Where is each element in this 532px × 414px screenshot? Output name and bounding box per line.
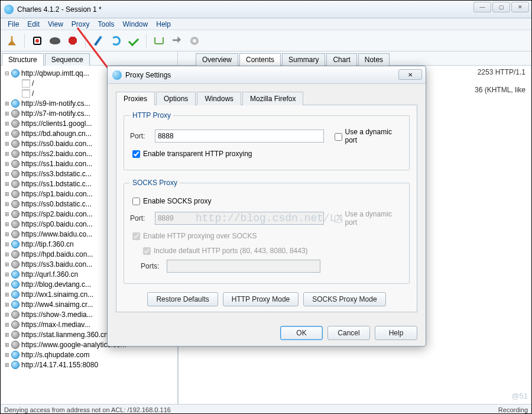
tab-contents[interactable]: Contents — [239, 53, 281, 66]
tree-label: https://sp1.baidu.con... — [21, 190, 93, 198]
tree-label: http://s.qhupdate.com — [21, 351, 89, 359]
menu-edit[interactable]: Edit — [24, 19, 43, 30]
globe-icon — [11, 310, 20, 319]
toolbar — [1, 30, 531, 51]
expand-icon[interactable]: ⊞ — [3, 211, 11, 217]
dlg-tab-firefox[interactable]: Mozilla Firefox — [242, 92, 303, 105]
expand-icon[interactable]: ⊞ — [3, 201, 11, 207]
globe-icon — [11, 331, 20, 339]
dlg-tab-proxies[interactable]: Proxies — [116, 92, 155, 105]
tab-structure[interactable]: Structure — [2, 53, 44, 66]
tree-label: https://sp0.baidu.con... — [21, 220, 93, 228]
expand-icon[interactable]: ⊞ — [3, 251, 11, 257]
expand-icon[interactable]: ⊞ — [3, 352, 11, 358]
globe-icon — [11, 69, 20, 77]
globe-icon — [11, 130, 20, 138]
expand-icon[interactable]: ⊞ — [3, 292, 11, 297]
record-icon[interactable] — [31, 34, 44, 47]
dlg-tab-windows[interactable]: Windows — [197, 92, 241, 105]
socks-dynamic-checkbox — [335, 215, 342, 223]
close-button[interactable]: ✕ — [511, 2, 529, 12]
globe-icon — [11, 260, 20, 269]
tree-label: https://bd.ahougn.cn... — [21, 130, 92, 138]
expand-icon[interactable]: ⊞ — [3, 241, 11, 247]
expand-icon[interactable]: ⊞ — [3, 342, 11, 348]
tools-basket-icon[interactable] — [153, 34, 166, 47]
repeat-icon[interactable] — [109, 34, 122, 47]
globe-icon — [11, 190, 20, 198]
tree-label: http://s9-im-notify.cs... — [21, 99, 90, 108]
expand-icon[interactable]: ⊞ — [3, 131, 11, 137]
expand-icon[interactable]: ⊞ — [3, 261, 11, 267]
expand-icon[interactable]: ⊞ — [3, 302, 11, 308]
expand-icon[interactable]: ⊞ — [3, 231, 11, 237]
tree-label: https://ss0.baidu.con... — [21, 140, 92, 148]
expand-icon[interactable]: ⊞ — [3, 282, 11, 287]
expand-icon[interactable]: ⊞ — [3, 101, 11, 106]
expand-icon[interactable]: ⊞ — [3, 141, 11, 147]
menu-view[interactable]: View — [44, 19, 67, 30]
socks-mode-button[interactable]: SOCKS Proxy Mode — [303, 292, 385, 306]
proxy-settings-dialog: Proxy Settings ✕ Proxies Options Windows… — [107, 66, 426, 347]
help-button[interactable]: Help — [375, 326, 417, 340]
tree-row[interactable]: ⊞http://s.qhupdate.com — [2, 350, 176, 360]
restore-defaults-button[interactable]: Restore Defaults — [147, 292, 218, 306]
socks-over-label: Enable HTTP proxying over SOCKS — [143, 232, 257, 240]
tab-summary[interactable]: Summary — [282, 53, 325, 66]
tab-chart[interactable]: Chart — [326, 53, 356, 66]
http-port-input[interactable] — [155, 130, 324, 143]
expand-icon[interactable]: ⊞ — [3, 332, 11, 338]
expand-icon[interactable]: ⊞ — [3, 191, 11, 197]
expand-icon[interactable]: ⊞ — [3, 171, 11, 177]
menu-file[interactable]: File — [4, 19, 22, 30]
statusbar: Denying access from address not on ACL: … — [1, 404, 531, 414]
menu-help[interactable]: Help — [153, 19, 174, 30]
socks-enable-checkbox[interactable] — [132, 198, 140, 205]
tools-icon[interactable] — [170, 34, 183, 47]
maximize-button[interactable]: ▢ — [492, 2, 510, 12]
ok-button[interactable]: OK — [280, 326, 323, 340]
expand-icon[interactable]: ⊞ — [3, 221, 11, 227]
right-tabstrip: Overview Contents Summary Chart Notes — [178, 51, 531, 66]
tree-row[interactable]: ⊞http://14.17.41.155:8080 — [2, 360, 176, 370]
main-titlebar: Charles 4.1.2 - Session 1 * — ▢ ✕ — [1, 1, 531, 18]
expand-icon[interactable]: ⊞ — [3, 271, 11, 277]
expand-icon[interactable]: ⊞ — [3, 161, 11, 167]
menu-proxy[interactable]: Proxy — [68, 19, 93, 30]
http-dynamic-checkbox[interactable] — [335, 133, 342, 141]
clear-icon[interactable] — [5, 34, 18, 47]
expand-icon[interactable]: ⊞ — [3, 151, 11, 157]
settings-icon[interactable] — [188, 34, 201, 47]
compose-icon[interactable] — [92, 34, 105, 47]
globe-icon — [11, 99, 20, 108]
expand-icon[interactable]: ⊞ — [3, 181, 11, 187]
http-mode-button[interactable]: HTTP Proxy Mode — [223, 292, 299, 306]
tree-label: https://ss3.bdstatic.c... — [21, 170, 92, 178]
tab-sequence[interactable]: Sequence — [45, 53, 90, 66]
minimize-button[interactable]: — — [473, 2, 491, 12]
breakpoints-icon[interactable] — [66, 34, 79, 47]
globe-icon — [11, 109, 20, 118]
http-transparent-checkbox[interactable] — [132, 150, 140, 158]
cancel-button[interactable]: Cancel — [327, 326, 370, 340]
menu-window[interactable]: Window — [119, 19, 152, 30]
tab-overview[interactable]: Overview — [196, 53, 238, 66]
expand-icon[interactable]: ⊞ — [3, 362, 11, 368]
socks-port-input — [155, 212, 324, 225]
validate-icon[interactable] — [127, 34, 140, 47]
throttle-icon[interactable] — [48, 34, 61, 47]
dialog-close-icon[interactable]: ✕ — [398, 69, 422, 80]
tree-label: https://stat.lianmeng.360.cn — [21, 331, 108, 339]
expand-icon[interactable]: ⊞ — [3, 111, 11, 117]
globe-icon — [11, 230, 20, 238]
globe-icon — [11, 180, 20, 188]
menu-tools[interactable]: Tools — [95, 19, 118, 30]
expand-icon[interactable]: ⊞ — [3, 322, 11, 328]
expand-icon[interactable]: ⊞ — [3, 312, 11, 318]
dlg-tab-options[interactable]: Options — [156, 92, 196, 105]
tab-notes[interactable]: Notes — [358, 53, 390, 66]
expand-icon[interactable]: ⊞ — [3, 121, 11, 127]
expand-icon[interactable]: ⊟ — [3, 70, 11, 76]
tree-label: https://ss1.bdstatic.c... — [21, 180, 92, 188]
tree-label: https://ss1.baidu.con... — [21, 160, 92, 168]
